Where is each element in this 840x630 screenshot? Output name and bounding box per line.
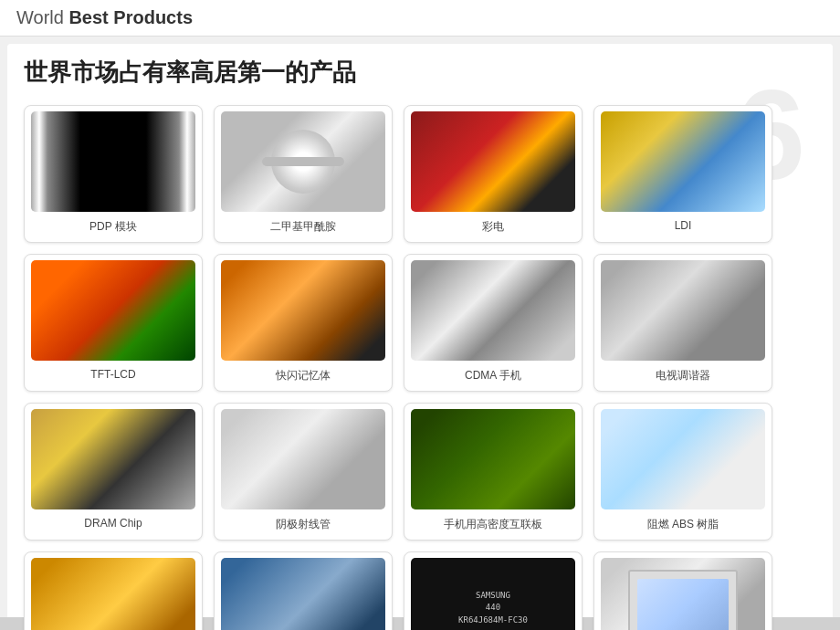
product-image-flash	[221, 260, 385, 361]
product-label-tft: TFT-LCD	[90, 368, 135, 381]
product-label-pcb: 手机用高密度互联板	[444, 517, 542, 532]
product-card-tft[interactable]: TFT-LCD	[24, 254, 203, 392]
product-card-monitor[interactable]: 电脑显示器	[593, 551, 772, 630]
product-label-flash: 快闪记忆体	[276, 368, 331, 383]
product-row-1: TFT-LCD快闪记忆体CDMA 手机电视调谐器	[24, 254, 816, 392]
product-card-sram[interactable]: SAMSUNG440KR64J684M-FC30SRAM Chip	[404, 551, 583, 630]
product-label-cdma: CDMA 手机	[465, 368, 521, 383]
product-label-tv: 彩电	[482, 219, 504, 235]
header: World Best Products	[0, 0, 840, 37]
product-card-cdma[interactable]: CDMA 手机	[404, 254, 583, 392]
subtitle: 世界市场占有率高居第一的产品	[24, 57, 816, 89]
product-card-flash[interactable]: 快闪记忆体	[214, 254, 393, 392]
product-label-dram: DRAM Chip	[84, 517, 142, 530]
product-row-2: DRAM Chip阴极射线管手机用高密度互联板阻燃 ABS 树脂	[24, 403, 816, 541]
product-image-dram	[31, 409, 195, 509]
header-title: World Best Products	[16, 7, 193, 27]
product-image-pcb	[411, 409, 575, 509]
product-image-monitor	[601, 558, 765, 630]
title-bold: Best Products	[68, 7, 193, 27]
product-label-pdp: PDP 模块	[89, 219, 137, 235]
product-image-tuner	[601, 260, 765, 361]
product-label-tuner: 电视调谐器	[656, 368, 710, 383]
product-image-abs	[601, 409, 765, 509]
product-card-abs[interactable]: 阻燃 ABS 树脂	[593, 403, 772, 541]
product-row-0: PDP 模块二甲基甲酰胺彩电LDI	[24, 105, 816, 243]
product-image-dma	[221, 111, 385, 212]
product-card-stn[interactable]: STN-LCD	[24, 551, 203, 630]
product-image-stn	[31, 558, 195, 630]
title-normal: World	[16, 7, 68, 27]
product-image-sram: SAMSUNG440KR64J684M-FC30	[411, 558, 575, 630]
main-content: 6 世界市场占有率高居第一的产品 PDP 模块二甲基甲酰胺彩电LDITFT-LC…	[7, 44, 833, 630]
product-card-dram[interactable]: DRAM Chip	[24, 403, 203, 541]
product-label-dma: 二甲基甲酰胺	[270, 219, 336, 235]
page: World Best Products 6 世界市场占有率高居第一的产品 PDP…	[0, 0, 840, 630]
product-label-abs: 阻燃 ABS 树脂	[647, 517, 719, 532]
product-card-tv[interactable]: 彩电	[404, 105, 583, 243]
product-image-tv	[411, 111, 575, 212]
product-image-cdma	[411, 260, 575, 361]
product-label-ldi: LDI	[675, 219, 692, 232]
product-image-tftglass	[221, 558, 385, 630]
product-label-crt: 阴极射线管	[276, 517, 331, 532]
product-image-ldi	[601, 111, 765, 212]
product-card-tuner[interactable]: 电视调谐器	[593, 254, 772, 392]
product-card-dma[interactable]: 二甲基甲酰胺	[214, 105, 393, 243]
product-image-tft	[31, 260, 195, 361]
product-row-3: STN-LCDTFT-LCD Glass SubstrateSAMSUNG440…	[24, 551, 816, 630]
product-image-pdp	[31, 111, 195, 212]
product-card-ldi[interactable]: LDI	[593, 105, 772, 243]
product-card-tftglass[interactable]: TFT-LCD Glass Substrate	[214, 551, 393, 630]
products-grid: PDP 模块二甲基甲酰胺彩电LDITFT-LCD快闪记忆体CDMA 手机电视调谐…	[24, 105, 816, 630]
product-image-crt	[221, 409, 385, 509]
product-card-pdp[interactable]: PDP 模块	[24, 105, 203, 243]
product-card-pcb[interactable]: 手机用高密度互联板	[404, 403, 583, 541]
product-card-crt[interactable]: 阴极射线管	[214, 403, 393, 541]
